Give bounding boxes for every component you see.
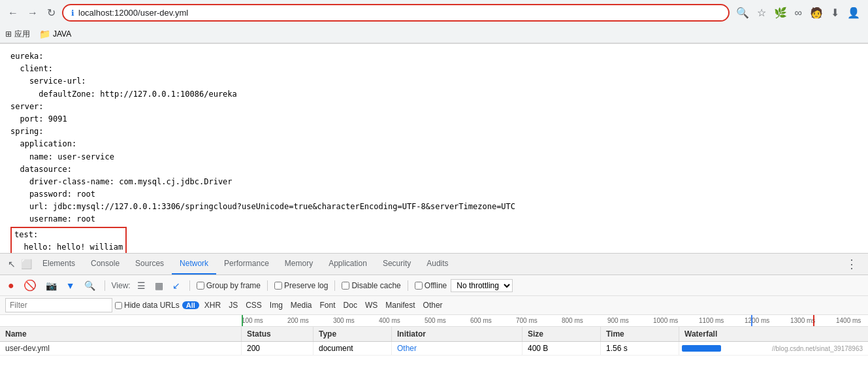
tab-memory[interactable]: Memory bbox=[277, 254, 321, 275]
group-by-frame-label[interactable]: Group by frame bbox=[197, 281, 261, 290]
col-header-type[interactable]: Type bbox=[313, 327, 392, 341]
offline-label[interactable]: Offline bbox=[415, 281, 447, 290]
refresh-button[interactable]: ↻ bbox=[44, 4, 58, 22]
all-badge[interactable]: All bbox=[182, 301, 199, 309]
devtools-pointer-btn[interactable]: ↖ bbox=[5, 258, 18, 271]
hide-data-urls-checkbox[interactable] bbox=[115, 302, 122, 309]
devtools-tabs: ↖ ⬜ Elements Console Sources Network Per… bbox=[0, 254, 868, 275]
yaml-line-4: defaultZone: http://127.0.0.1:10086/eure… bbox=[10, 88, 858, 101]
table-header: Name Status Type Initiator Size Time Wat… bbox=[0, 327, 868, 342]
filter-input[interactable] bbox=[5, 298, 112, 312]
disable-cache-checkbox[interactable] bbox=[342, 282, 349, 290]
tab-performance[interactable]: Performance bbox=[216, 254, 277, 275]
yaml-line-15: test: bbox=[14, 229, 123, 241]
timeline-label-600: 600 ms bbox=[470, 317, 492, 324]
tab-application[interactable]: Application bbox=[321, 254, 375, 275]
filter-type-media[interactable]: Media bbox=[288, 300, 315, 310]
col-header-initiator[interactable]: Initiator bbox=[392, 327, 522, 341]
record-button[interactable]: ● bbox=[5, 278, 17, 293]
toolbar-separator-2 bbox=[189, 280, 190, 291]
col-header-time[interactable]: Time bbox=[601, 327, 679, 341]
devtools-responsive-btn[interactable]: ⬜ bbox=[18, 258, 35, 271]
hide-data-urls-label[interactable]: Hide data URLs bbox=[115, 301, 180, 310]
bookmark-button[interactable]: ☆ bbox=[754, 4, 769, 22]
camera-button[interactable]: 📷 bbox=[43, 279, 59, 292]
toolbar-separator-5 bbox=[408, 280, 408, 291]
bookmarks-bar: ⊞ 应用 📁 JAVA bbox=[0, 25, 868, 43]
address-icon: ℹ bbox=[71, 8, 74, 18]
preserve-log-text: Preserve log bbox=[284, 281, 328, 290]
bookmark-apps[interactable]: ⊞ 应用 bbox=[5, 29, 30, 40]
col-header-waterfall[interactable]: Waterfall bbox=[679, 327, 868, 341]
col-header-status[interactable]: Status bbox=[242, 327, 313, 341]
filter-type-other[interactable]: Other bbox=[421, 300, 445, 310]
waterfall-bar bbox=[682, 345, 721, 352]
address-bar[interactable]: ℹ localhost:12000/user-dev.yml bbox=[62, 4, 730, 22]
tab-elements[interactable]: Elements bbox=[35, 254, 83, 275]
timeline-label-1100: 1100 ms bbox=[699, 317, 724, 324]
row-name: user-dev.yml bbox=[0, 342, 242, 355]
filter-type-ws[interactable]: WS bbox=[362, 300, 380, 310]
disable-cache-text: Disable cache bbox=[351, 281, 400, 290]
col-header-name[interactable]: Name bbox=[0, 327, 242, 341]
filter-type-img[interactable]: Img bbox=[267, 300, 285, 310]
bookmark-java[interactable]: 📁 JAVA bbox=[35, 27, 75, 41]
list-view-button[interactable]: ☰ bbox=[135, 279, 148, 292]
yaml-line-12: password: root bbox=[10, 188, 858, 201]
tab-audits[interactable]: Audits bbox=[419, 254, 456, 275]
address-bar-wrap: ℹ localhost:12000/user-dev.yml bbox=[62, 4, 730, 22]
table-row[interactable]: user-dev.yml 200 document Other 400 B 1.… bbox=[0, 342, 868, 356]
search-nav-button[interactable]: 🔍 bbox=[733, 4, 752, 22]
timeline-red-marker bbox=[813, 315, 814, 326]
filter-type-xhr[interactable]: XHR bbox=[202, 300, 223, 310]
extension2-button[interactable]: ∞ bbox=[792, 5, 805, 22]
extension1-button[interactable]: 🌿 bbox=[771, 4, 790, 22]
tab-console[interactable]: Console bbox=[83, 254, 127, 275]
devtools-menu[interactable]: ⋮ bbox=[841, 254, 863, 274]
filter-type-doc[interactable]: Doc bbox=[341, 300, 360, 310]
toolbar-separator-4 bbox=[334, 280, 335, 291]
yaml-line-2: client: bbox=[10, 63, 858, 75]
filter-type-manifest[interactable]: Manifest bbox=[383, 300, 417, 310]
preserve-log-label[interactable]: Preserve log bbox=[274, 281, 328, 290]
yaml-line-16: hello: hello! william bbox=[14, 241, 123, 253]
disable-cache-label[interactable]: Disable cache bbox=[342, 281, 400, 290]
timeline-blue-marker bbox=[751, 315, 752, 326]
forward-button[interactable]: → bbox=[25, 5, 40, 22]
tab-sources[interactable]: Sources bbox=[127, 254, 172, 275]
tab-network[interactable]: Network bbox=[172, 254, 216, 275]
filter-type-js[interactable]: JS bbox=[226, 300, 240, 310]
row-size: 400 B bbox=[522, 342, 601, 355]
yaml-line-13: url: jdbc:mysql://127.0.0.1:3306/springc… bbox=[10, 201, 858, 213]
timeline-label-1000: 1000 ms bbox=[653, 317, 678, 324]
row-initiator: Other bbox=[392, 342, 522, 355]
grid-icon: ⊞ bbox=[5, 29, 12, 39]
filter-type-css[interactable]: CSS bbox=[243, 300, 265, 310]
account-button[interactable]: 🧑 bbox=[807, 4, 826, 22]
hide-data-urls-text: Hide data URLs bbox=[124, 301, 180, 310]
bookmark-java-label: JAVA bbox=[53, 29, 71, 39]
col-header-size[interactable]: Size bbox=[522, 327, 601, 341]
offline-checkbox[interactable] bbox=[415, 282, 423, 290]
nav-bar: ← → ↻ ℹ localhost:12000/user-dev.yml 🔍 ☆… bbox=[0, 0, 868, 25]
timeline-label-800: 800 ms bbox=[562, 317, 583, 324]
group-by-frame-checkbox[interactable] bbox=[197, 282, 204, 290]
filter-type-font[interactable]: Font bbox=[317, 300, 338, 310]
table-view-button[interactable]: ▦ bbox=[152, 279, 166, 292]
filter-bar: Hide data URLs All XHR JS CSS Img Media … bbox=[0, 296, 868, 315]
throttle-select[interactable]: No throttling bbox=[451, 279, 513, 292]
filter-funnel-button[interactable]: ▼ bbox=[63, 279, 78, 292]
devtools-panel: ↖ ⬜ Elements Console Sources Network Per… bbox=[0, 253, 868, 356]
timeline-label-400: 400 ms bbox=[379, 317, 400, 324]
timeline-label-1300: 1300 ms bbox=[790, 317, 815, 324]
back-button[interactable]: ← bbox=[5, 5, 21, 22]
tab-security[interactable]: Security bbox=[375, 254, 419, 275]
row-time: 1.56 s bbox=[601, 342, 679, 355]
yaml-line-8: application: bbox=[10, 138, 858, 150]
search-button[interactable]: 🔍 bbox=[82, 279, 98, 292]
profile-button[interactable]: 👤 bbox=[844, 4, 863, 22]
import-view-button[interactable]: ↙ bbox=[170, 279, 183, 292]
download-button[interactable]: ⬇ bbox=[828, 4, 842, 22]
preserve-log-checkbox[interactable] bbox=[274, 282, 282, 290]
clear-button[interactable]: 🚫 bbox=[21, 278, 39, 293]
